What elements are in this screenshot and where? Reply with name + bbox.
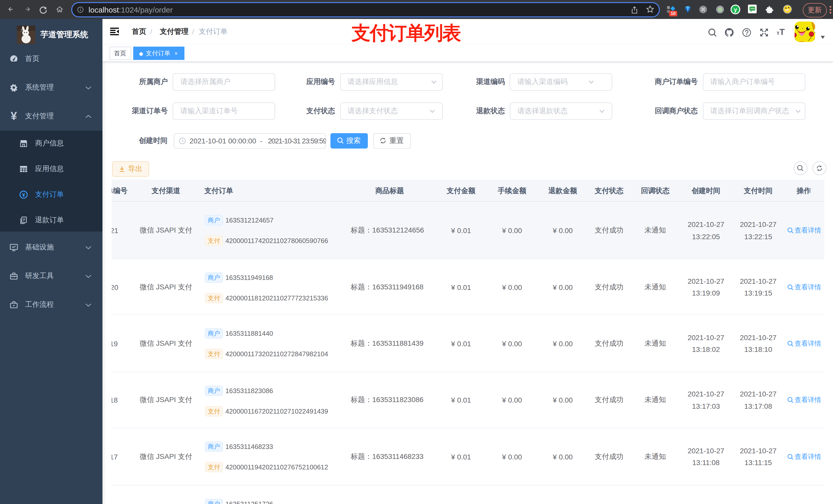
svg-text:¥: ¥	[22, 192, 25, 198]
svg-text:y: y	[734, 6, 737, 13]
svg-text:⌘: ⌘	[700, 6, 706, 12]
